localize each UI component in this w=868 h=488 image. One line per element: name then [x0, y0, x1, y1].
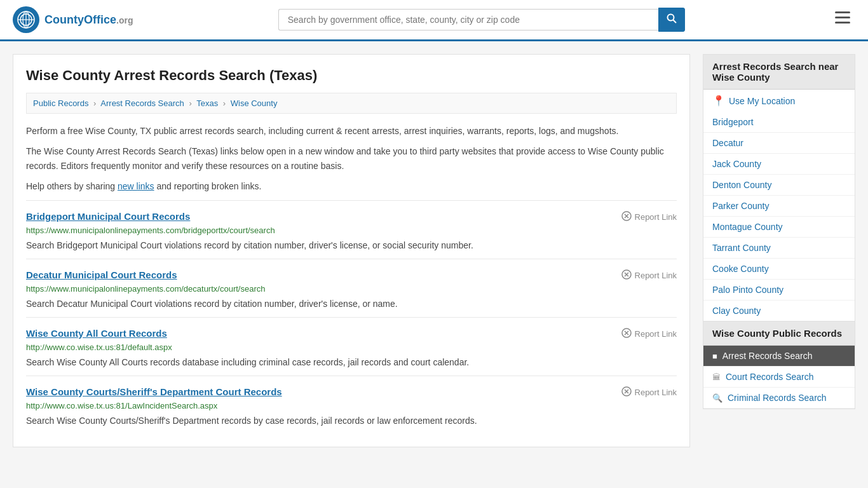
- nearby-link-item[interactable]: Clay County: [703, 301, 855, 321]
- nearby-link-item[interactable]: Parker County: [703, 196, 855, 217]
- site-header: CountyOffice.org: [0, 0, 868, 41]
- record-title-link[interactable]: Wise County All Court Records: [26, 328, 167, 339]
- public-records-link-item[interactable]: ■ Arrest Records Search: [703, 346, 855, 367]
- public-records-section: Wise County Public Records ■ Arrest Reco…: [703, 322, 855, 409]
- report-link-1[interactable]: Report Link: [621, 269, 677, 281]
- content-area: Wise County Arrest Records Search (Texas…: [13, 54, 690, 447]
- nearby-link-item[interactable]: Palo Pinto County: [703, 280, 855, 301]
- breadcrumb-link-arrest[interactable]: Arrest Records Search: [100, 98, 184, 108]
- nearby-section-title: Arrest Records Search near Wise County: [703, 55, 855, 90]
- location-pin-icon: 📍: [712, 95, 725, 107]
- nearby-link[interactable]: Denton County: [712, 180, 771, 190]
- page-title: Wise County Arrest Records Search (Texas…: [26, 67, 677, 84]
- search-container: [278, 8, 685, 32]
- description-1: Perform a free Wise County, TX public ar…: [26, 124, 677, 138]
- nearby-link[interactable]: Cooke County: [712, 264, 769, 274]
- public-records-link-item[interactable]: 🏛 Court Records Search: [703, 367, 855, 388]
- record-title-link[interactable]: Bridgeport Municipal Court Records: [26, 211, 190, 222]
- breadcrumb-link-public-records[interactable]: Public Records: [33, 98, 88, 108]
- svg-line-6: [673, 20, 676, 23]
- nearby-link[interactable]: Palo Pinto County: [712, 285, 783, 295]
- search-input[interactable]: [278, 9, 658, 30]
- nearby-link-item[interactable]: Decatur: [703, 133, 855, 154]
- public-records-link[interactable]: Arrest Records Search: [722, 351, 813, 361]
- record-url: https://www.municipalonlinepayments.com/…: [26, 226, 677, 235]
- report-icon: [621, 386, 632, 398]
- logo-area: CountyOffice.org: [13, 6, 133, 33]
- report-link-0[interactable]: Report Link: [621, 211, 677, 223]
- public-records-list: ■ Arrest Records Search 🏛 Court Records …: [703, 346, 855, 409]
- use-location-item[interactable]: 📍 Use My Location: [703, 90, 855, 112]
- description-2: The Wise County Arrest Records Search (T…: [26, 144, 677, 173]
- record-title-row: Wise County Courts/Sheriff's Department …: [26, 386, 677, 398]
- nearby-links-list: BridgeportDecaturJack CountyDenton Count…: [703, 112, 855, 321]
- record-description: Search Bridgeport Municipal Court violat…: [26, 239, 677, 252]
- nearby-link[interactable]: Montague County: [712, 222, 783, 232]
- search-button[interactable]: [658, 8, 685, 32]
- public-records-icon: ■: [712, 351, 717, 361]
- svg-rect-9: [835, 22, 850, 24]
- report-label: Report Link: [635, 212, 677, 222]
- sidebar: Arrest Records Search near Wise County 📍…: [703, 54, 855, 447]
- record-title-row: Decatur Municipal Court Records Report L…: [26, 269, 677, 281]
- record-title-link[interactable]: Wise County Courts/Sheriff's Department …: [26, 386, 282, 397]
- report-icon: [621, 211, 632, 223]
- report-icon: [621, 269, 632, 281]
- public-records-icon: 🏛: [712, 372, 721, 382]
- report-label: Report Link: [635, 271, 677, 280]
- nearby-link-item[interactable]: Denton County: [703, 175, 855, 196]
- record-url: https://www.municipalonlinepayments.com/…: [26, 284, 677, 294]
- record-item: Wise County All Court Records Report Lin…: [26, 317, 677, 376]
- public-records-link[interactable]: Criminal Records Search: [728, 393, 827, 403]
- new-links-link[interactable]: new links: [118, 181, 154, 191]
- record-item: Bridgeport Municipal Court Records Repor…: [26, 200, 677, 259]
- breadcrumb-link-wise[interactable]: Wise County: [231, 98, 278, 108]
- nearby-link-item[interactable]: Cooke County: [703, 259, 855, 280]
- nearby-link-item[interactable]: Bridgeport: [703, 112, 855, 133]
- use-location-link[interactable]: 📍 Use My Location: [712, 95, 846, 107]
- main-container: Wise County Arrest Records Search (Texas…: [0, 41, 868, 460]
- report-icon: [621, 328, 632, 340]
- report-label: Report Link: [635, 329, 677, 339]
- public-records-link[interactable]: Court Records Search: [726, 372, 814, 382]
- report-label: Report Link: [635, 388, 677, 397]
- nearby-link-item[interactable]: Montague County: [703, 217, 855, 238]
- svg-rect-7: [835, 11, 850, 13]
- report-link-2[interactable]: Report Link: [621, 328, 677, 340]
- nearby-link-item[interactable]: Jack County: [703, 154, 855, 175]
- record-url: http://www.co.wise.tx.us:81/LawIncidentS…: [26, 401, 677, 410]
- record-item: Wise County Courts/Sheriff's Department …: [26, 376, 677, 434]
- nearby-link[interactable]: Clay County: [712, 306, 761, 316]
- nearby-link[interactable]: Tarrant County: [712, 243, 771, 253]
- svg-rect-8: [835, 17, 850, 18]
- record-list: Bridgeport Municipal Court Records Repor…: [26, 200, 677, 434]
- nearby-list: 📍 Use My Location: [703, 90, 855, 112]
- breadcrumb-link-texas[interactable]: Texas: [196, 98, 218, 108]
- nearby-link[interactable]: Bridgeport: [712, 117, 754, 127]
- record-description: Search Decatur Municipal Court violation…: [26, 297, 677, 311]
- public-records-link-item[interactable]: 🔍 Criminal Records Search: [703, 388, 855, 409]
- nearby-section: Arrest Records Search near Wise County 📍…: [703, 54, 855, 322]
- record-url: http://www.co.wise.tx.us:81/default.aspx: [26, 342, 677, 352]
- record-title-row: Wise County All Court Records Report Lin…: [26, 328, 677, 340]
- nearby-link[interactable]: Parker County: [712, 201, 769, 211]
- breadcrumb: Public Records › Arrest Records Search ›…: [26, 93, 677, 114]
- logo-text: CountyOffice.org: [44, 13, 133, 27]
- report-link-3[interactable]: Report Link: [621, 386, 677, 398]
- nearby-link[interactable]: Jack County: [712, 159, 761, 169]
- nearby-link-item[interactable]: Tarrant County: [703, 238, 855, 259]
- public-records-icon: 🔍: [712, 393, 722, 403]
- record-title-link[interactable]: Decatur Municipal Court Records: [26, 269, 177, 280]
- record-item: Decatur Municipal Court Records Report L…: [26, 259, 677, 317]
- public-records-section-title: Wise County Public Records: [703, 322, 855, 346]
- nearby-link[interactable]: Decatur: [712, 138, 743, 148]
- description-3: Help others by sharing new links and rep…: [26, 179, 677, 193]
- logo-icon: [13, 6, 39, 33]
- record-description: Search Wise County Courts/Sheriff's Depa…: [26, 414, 677, 428]
- record-title-row: Bridgeport Municipal Court Records Repor…: [26, 211, 677, 223]
- record-description: Search Wise County All Courts records da…: [26, 356, 677, 369]
- hamburger-button[interactable]: [830, 9, 855, 30]
